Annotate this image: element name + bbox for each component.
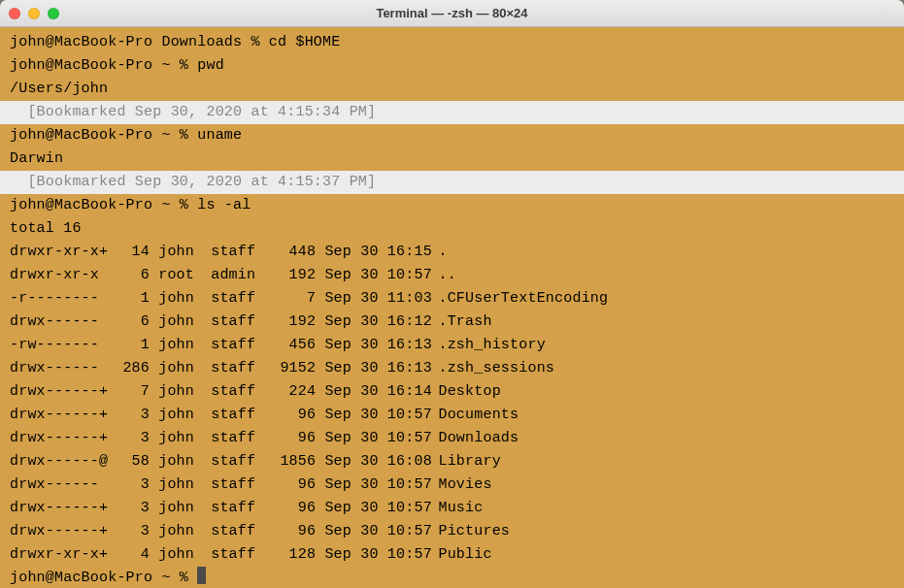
ls-links: 3 [115,427,150,450]
bookmark-line: [Bookmarked Sep 30, 2020 at 4:15:34 PM] [0,101,904,124]
ls-links: 6 [115,264,150,287]
ls-group: staff [211,474,272,497]
output-line: Darwin [10,147,894,171]
prompt: john@MacBook-Pro ~ % [10,57,197,74]
ls-date: Sep 30 16:08 [324,450,438,474]
ls-filename: Movies [438,474,491,497]
terminal-window: Terminal — -zsh — 80×24 john@MacBook-Pro… [0,0,904,588]
ls-date: Sep 30 10:57 [324,520,438,543]
ls-group: staff [211,520,272,543]
ls-output: drwxr-xr-x+14 johnstaff448 Sep 30 16:15.… [10,241,894,567]
ls-user: john [158,427,211,450]
ls-user: john [158,543,211,567]
ls-user: john [158,474,211,497]
ls-filename: Music [438,497,483,520]
ls-date: Sep 30 16:15 [324,241,438,264]
ls-date: Sep 30 10:57 [324,497,438,520]
ls-row: drwxr-xr-x 6 rootadmin192 Sep 30 10:57.. [10,264,894,287]
minimize-icon[interactable] [28,8,40,19]
ls-group: staff [211,450,272,474]
ls-perms: drwxr-xr-x+ [10,543,115,567]
ls-size: 96 [272,474,316,497]
ls-links: 1 [115,287,150,310]
ls-row: drwx------+3 johnstaff96 Sep 30 10:57Pic… [10,520,894,543]
ls-user: john [158,520,211,543]
ls-links: 3 [115,474,150,497]
ls-user: john [158,241,211,264]
ls-user: john [158,334,211,357]
ls-filename: Downloads [438,427,519,450]
close-icon[interactable] [9,8,20,19]
ls-group: staff [211,287,272,310]
ls-row: -r-------- 1 johnstaff7 Sep 30 11:03.CFU… [10,287,894,310]
ls-size: 7 [272,287,316,310]
ls-size: 192 [272,264,316,287]
ls-group: admin [211,264,272,287]
ls-group: staff [211,380,272,404]
ls-size: 224 [272,380,316,404]
terminal-line: john@MacBook-Pro Downloads % cd $HOME [10,31,894,54]
ls-group: staff [211,241,272,264]
ls-links: 3 [115,520,150,543]
ls-filename: .Trash [438,310,491,334]
ls-group: staff [211,543,272,567]
ls-size: 448 [272,241,316,264]
ls-row: drwx------@58 johnstaff1856 Sep 30 16:08… [10,450,894,474]
ls-row: drwx------+3 johnstaff96 Sep 30 10:57Doc… [10,404,894,427]
ls-perms: drwx------ [10,310,115,334]
zoom-icon[interactable] [48,8,59,19]
ls-size: 192 [272,310,316,334]
ls-date: Sep 30 16:12 [324,310,438,334]
ls-links: 1 [115,334,150,357]
ls-user: john [158,310,211,334]
window-title: Terminal — -zsh — 80×24 [0,6,904,20]
ls-perms: -r-------- [10,287,115,310]
terminal-line: john@MacBook-Pro ~ % pwd [10,54,894,78]
ls-row: drwx------ 3 johnstaff96 Sep 30 10:57Mov… [10,474,894,497]
ls-perms: drwx------+ [10,427,115,450]
ls-filename: Public [438,543,491,567]
ls-filename: .zsh_sessions [438,357,554,380]
terminal-body[interactable]: john@MacBook-Pro Downloads % cd $HOMEjoh… [0,27,904,588]
ls-size: 9152 [272,357,316,380]
ls-filename: .CFUserTextEncoding [438,287,608,310]
ls-perms: drwx------+ [10,520,115,543]
ls-date: Sep 30 10:57 [324,404,438,427]
ls-date: Sep 30 10:57 [324,427,438,450]
command: uname [197,127,242,144]
ls-perms: drwxr-xr-x+ [10,241,115,264]
ls-perms: drwx------+ [10,497,115,520]
ls-row: drwx------+3 johnstaff96 Sep 30 10:57Dow… [10,427,894,450]
ls-row: drwx------+7 johnstaff224 Sep 30 16:14De… [10,380,894,404]
terminal-line: john@MacBook-Pro ~ % [10,567,894,588]
ls-links: 6 [115,310,150,334]
ls-group: staff [211,334,272,357]
ls-size: 96 [272,427,316,450]
prompt: john@MacBook-Pro ~ % [10,570,197,586]
ls-size: 96 [272,520,316,543]
ls-size: 456 [272,334,316,357]
ls-perms: -rw------- [10,334,115,357]
ls-perms: drwx------@ [10,450,115,474]
ls-user: john [158,404,211,427]
output-line: total 16 [10,217,894,241]
ls-row: drwx------+3 johnstaff96 Sep 30 10:57Mus… [10,497,894,520]
ls-row: drwx------ 6 johnstaff192 Sep 30 16:12.T… [10,310,894,334]
ls-row: drwxr-xr-x+4 johnstaff128 Sep 30 10:57Pu… [10,543,894,567]
ls-user: john [158,357,211,380]
command: cd $HOME [269,34,341,50]
output-line: /Users/john [10,78,894,101]
ls-group: staff [211,357,272,380]
ls-date: Sep 30 16:13 [324,357,438,380]
ls-perms: drwx------+ [10,404,115,427]
ls-perms: drwx------ [10,474,115,497]
ls-filename: Library [438,450,500,474]
ls-links: 286 [115,357,150,380]
ls-row: drwxr-xr-x+14 johnstaff448 Sep 30 16:15. [10,241,894,264]
ls-links: 4 [115,543,150,567]
ls-user: john [158,497,211,520]
ls-perms: drwx------ [10,357,115,380]
ls-user: john [158,287,211,310]
cursor-icon [197,567,206,584]
titlebar: Terminal — -zsh — 80×24 [0,0,904,27]
